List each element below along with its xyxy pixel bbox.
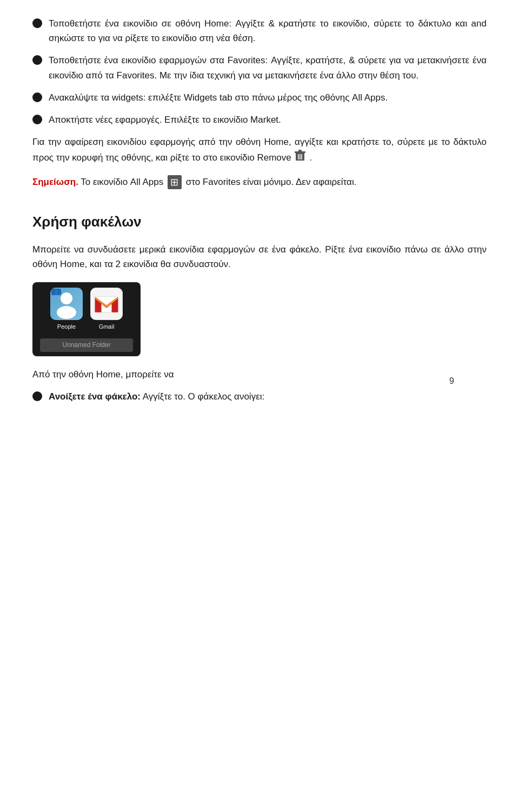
bullet-text-2: Τοποθετήστε ένα εικονίδιο εφαρμογών στα …	[49, 53, 487, 82]
svg-text:👤: 👤	[54, 290, 59, 295]
folder-name-bar: Unnamed Folder	[40, 338, 133, 352]
bullet-text-4: Αποκτήστε νέες εφαρμογές. Επιλέξτε το ει…	[49, 112, 487, 127]
svg-point-7	[61, 292, 72, 304]
gmail-icon	[90, 288, 123, 320]
gmail-app-label: Gmail	[99, 322, 115, 332]
svg-rect-1	[295, 151, 305, 153]
bullet-text-1: Τοποθετήστε ένα εικονίδιο σε οθόνη Home:…	[49, 16, 487, 45]
note-text: Το εικονίδιο All Apps	[81, 177, 163, 187]
people-icon: 👤	[50, 288, 83, 320]
after-folder-text: Από την οθόνη Home, μπορείτε να	[32, 367, 487, 382]
list-item: Ανοίξετε ένα φάκελο: Αγγίξτε το. Ο φάκελ…	[32, 389, 487, 404]
list-item: Τοποθετήστε ένα εικονίδιο σε οθόνη Home:…	[32, 16, 487, 45]
bullet-text-3: Ανακαλύψτε τα widgets: επιλέξτε Widgets …	[49, 90, 487, 105]
bullet-dot	[32, 18, 42, 28]
section-intro: Μπορείτε να συνδυάσετε μερικά εικονίδια …	[32, 242, 487, 271]
section-heading: Χρήση φακέλων	[32, 211, 487, 234]
last-bullet-bold: Ανοίξετε ένα φάκελο:	[49, 391, 141, 402]
folder-icons-row: 👤 People	[50, 288, 123, 332]
note-paragraph: Σημείωση. Το εικονίδιο All Apps στο Favo…	[32, 175, 487, 190]
list-item: Αποκτήστε νέες εφαρμογές. Επιλέξτε το ει…	[32, 112, 487, 127]
allapps-icon	[168, 175, 182, 189]
folder-image: 👤 People	[32, 282, 487, 356]
folder-box: 👤 People	[32, 282, 141, 356]
gmail-app: Gmail	[90, 288, 123, 332]
bullet-dot	[32, 55, 42, 65]
svg-point-8	[57, 306, 76, 319]
bullet-list: Τοποθετήστε ένα εικονίδιο σε οθόνη Home:…	[32, 16, 487, 127]
remove-paragraph: Για την αφαίρεση εικονιδίου εφαρμογής απ…	[32, 135, 487, 167]
remove-icon	[295, 149, 305, 167]
last-bullet-list: Ανοίξετε ένα φάκελο: Αγγίξτε το. Ο φάκελ…	[32, 389, 487, 404]
svg-rect-2	[298, 150, 302, 151]
list-item: Τοποθετήστε ένα εικονίδιο εφαρμογών στα …	[32, 53, 487, 82]
main-content: Τοποθετήστε ένα εικονίδιο σε οθόνη Home:…	[32, 16, 487, 404]
list-item: Ανακαλύψτε τα widgets: επιλέξτε Widgets …	[32, 90, 487, 105]
bullet-dot	[32, 115, 42, 124]
bullet-dot	[32, 92, 42, 102]
people-app: 👤 People	[50, 288, 83, 332]
remove-paragraph-text: Για την αφαίρεση εικονιδίου εφαρμογής απ…	[32, 137, 487, 163]
last-bullet-content: Ανοίξετε ένα φάκελο: Αγγίξτε το. Ο φάκελ…	[49, 389, 487, 404]
people-app-label: People	[57, 322, 76, 332]
note-label: Σημείωση.	[32, 177, 78, 187]
page-number: 9	[449, 374, 454, 388]
note-text2: στο Favorites είναι μόνιμο. Δεν αφαιρείτ…	[186, 177, 357, 187]
bullet-dot	[32, 391, 42, 401]
